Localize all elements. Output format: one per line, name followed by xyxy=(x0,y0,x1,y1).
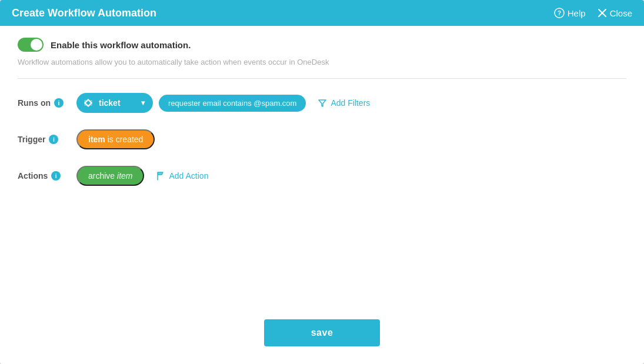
help-button[interactable]: ? Help xyxy=(554,8,586,18)
close-icon xyxy=(598,8,607,18)
toggle-knob xyxy=(31,39,42,51)
enable-toggle[interactable] xyxy=(18,38,44,52)
enable-label: Enable this workflow automation. xyxy=(51,40,191,50)
actions-label: Actions i xyxy=(18,171,76,181)
add-filters-button[interactable]: Add Filters xyxy=(312,95,376,111)
save-button[interactable]: save xyxy=(264,319,381,346)
modal-footer: save xyxy=(0,313,644,364)
runs-on-label: Runs on i xyxy=(18,98,76,108)
runs-on-content: ticket ▾ requester email contains @spam.… xyxy=(76,93,376,113)
close-button[interactable]: Close xyxy=(598,8,632,18)
add-filters-label: Add Filters xyxy=(331,98,370,108)
trigger-label: Trigger i xyxy=(18,135,76,144)
modal-create-workflow: Create Workflow Automation ? Help Close xyxy=(0,0,644,364)
trigger-row: Trigger i item is created xyxy=(18,129,626,149)
svg-text:?: ? xyxy=(558,10,561,16)
filter-chip[interactable]: requester email contains @spam.com xyxy=(159,95,306,112)
trigger-chip[interactable]: item is created xyxy=(76,129,155,149)
close-label: Close xyxy=(610,8,632,18)
divider xyxy=(18,78,626,79)
trigger-content: item is created xyxy=(76,129,155,149)
trigger-chip-text: item is created xyxy=(88,135,143,144)
action-chip[interactable]: archive item xyxy=(76,166,144,186)
action-chip-text: archive item xyxy=(88,171,132,181)
description-text: Workflow automations allow you to automa… xyxy=(18,58,626,66)
chevron-down-icon: ▾ xyxy=(141,99,145,107)
modal-title: Create Workflow Automation xyxy=(12,7,156,19)
trigger-info-icon[interactable]: i xyxy=(49,135,58,144)
flag-icon xyxy=(156,171,165,181)
enable-row: Enable this workflow automation. xyxy=(18,38,626,52)
modal-body: Enable this workflow automation. Workflo… xyxy=(0,26,644,313)
actions-content: archive item Add Action xyxy=(76,166,214,186)
add-action-label: Add Action xyxy=(169,171,208,181)
ticket-label: ticket xyxy=(99,98,121,108)
modal-header: Create Workflow Automation ? Help Close xyxy=(0,0,644,26)
actions-row: Actions i archive item Add Action xyxy=(18,166,626,186)
add-action-button[interactable]: Add Action xyxy=(150,168,214,184)
runs-on-row: Runs on i ticket ▾ requester email conta… xyxy=(18,93,626,113)
help-label: Help xyxy=(568,8,586,18)
runs-on-info-icon[interactable]: i xyxy=(54,98,64,108)
help-circle-icon: ? xyxy=(554,8,565,18)
header-actions: ? Help Close xyxy=(554,8,632,18)
actions-info-icon[interactable]: i xyxy=(51,171,61,181)
funnel-icon xyxy=(318,98,327,108)
ticket-dropdown[interactable]: ticket ▾ xyxy=(76,93,153,113)
ticket-icon xyxy=(82,97,94,109)
filter-chip-text: requester email contains @spam.com xyxy=(168,99,296,108)
